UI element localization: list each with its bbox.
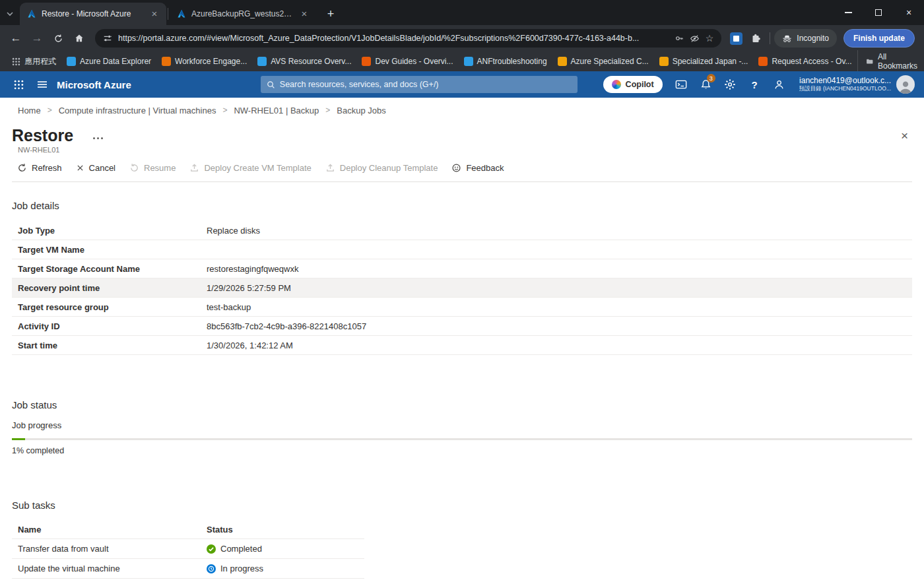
bookmark-label: Specialized Japan -... — [673, 57, 748, 66]
tab-search-button[interactable] — [0, 3, 20, 25]
refresh-button[interactable]: Refresh — [12, 160, 67, 176]
tab-close-icon[interactable]: × — [148, 8, 160, 20]
incognito-label: Incognito — [797, 34, 829, 43]
window-controls: × — [833, 0, 924, 25]
bookmark-label: Azure Data Explorer — [80, 57, 151, 66]
bookmark-item[interactable]: Azure Data Explorer — [61, 55, 156, 68]
bookmark-label: Dev Guides - Overvi... — [375, 57, 453, 66]
page-title: Restore — [12, 125, 73, 145]
feedback-button[interactable] — [767, 71, 791, 98]
cloud-shell-button[interactable] — [669, 71, 694, 98]
copilot-button[interactable]: Copilot — [603, 76, 663, 93]
notifications-button[interactable]: 3 — [694, 71, 718, 98]
bookmark-favicon-icon — [659, 57, 669, 66]
bookmark-label: ANFtroubleshooting — [477, 57, 547, 66]
tab-close-icon[interactable]: × — [298, 8, 310, 20]
bookmark-item[interactable]: Request Access - Ov... — [753, 55, 857, 68]
breadcrumb-home[interactable]: Home — [18, 106, 41, 115]
hamburger-menu-icon[interactable] — [30, 71, 54, 98]
gear-icon — [724, 79, 736, 90]
status-text: Completed — [220, 544, 262, 554]
avatar[interactable] — [896, 75, 915, 94]
copilot-label: Copilot — [626, 80, 654, 89]
bookmark-favicon-icon — [257, 57, 267, 66]
settings-button[interactable] — [718, 71, 742, 98]
azure-favicon-icon — [176, 9, 186, 19]
bookmark-item[interactable]: Azure Specialized C... — [552, 55, 654, 68]
notification-count-badge: 3 — [707, 74, 715, 82]
pinned-extension-icon[interactable] — [730, 32, 742, 45]
extensions-puzzle-icon[interactable] — [746, 28, 766, 48]
azure-brand[interactable]: Microsoft Azure — [57, 79, 131, 90]
account-info[interactable]: ianchen0419@outlook.c... 預設目錄 (IANCHEN04… — [799, 77, 891, 92]
folder-icon — [866, 57, 873, 66]
bookmark-favicon-icon — [162, 57, 171, 66]
job-details-table: Job Type Replace disks Target VM Name Ta… — [12, 221, 912, 355]
cancel-x-icon — [76, 164, 84, 172]
help-button[interactable]: ? — [742, 71, 767, 98]
sub-tasks-header-row: Name Status — [12, 521, 364, 539]
detail-row-start-time: Start time 1/30/2026, 1:42:12 AM — [12, 336, 912, 355]
password-key-icon[interactable] — [675, 34, 684, 43]
all-bookmarks-label: All Bookmarks — [878, 52, 919, 71]
cloud-shell-icon — [675, 79, 687, 90]
bookmark-favicon-icon — [758, 57, 768, 66]
search-input[interactable] — [280, 80, 572, 89]
bookmark-favicon-icon — [558, 57, 567, 66]
bookmark-item[interactable]: Workforce Engage... — [156, 55, 252, 68]
deploy-icon — [325, 163, 335, 173]
bookmark-item[interactable]: Dev Guides - Overvi... — [356, 55, 458, 68]
finish-update-button[interactable]: Finish update — [843, 29, 915, 48]
chevron-down-icon — [6, 10, 14, 18]
site-info-icon[interactable] — [103, 34, 112, 43]
more-options-icon[interactable] — [93, 137, 103, 139]
deploy-create-vm-template-button[interactable]: Deploy Create VM Template — [184, 160, 316, 176]
reload-button[interactable] — [48, 28, 69, 49]
breadcrumb-vm-backup[interactable]: NW-RHEL01 | Backup — [234, 106, 319, 115]
new-tab-button[interactable]: + — [321, 5, 340, 23]
detail-row-target-vm-name: Target VM Name — [12, 240, 912, 259]
breadcrumb-compute-infrastructure[interactable]: Compute infrastructure | Virtual machine… — [59, 106, 216, 115]
progress-fill — [12, 438, 25, 440]
job-details-heading: Job details — [12, 200, 912, 211]
blade-close-icon[interactable]: × — [901, 129, 908, 142]
sub-tasks-table: Name Status Transfer data from vault Com… — [12, 521, 364, 579]
url-bar[interactable]: https://portal.azure.com/#view/Microsoft… — [95, 29, 721, 48]
progress-percent-text: 1% completed — [12, 446, 912, 455]
account-directory: 預設目錄 (IANCHEN0419OUTLOO... — [799, 86, 891, 92]
cancel-button[interactable]: Cancel — [71, 160, 121, 176]
window-close-button[interactable]: × — [894, 0, 924, 25]
bookmark-apps[interactable]: 應用程式 — [7, 54, 61, 69]
forward-button[interactable]: → — [26, 28, 48, 49]
deploy-cleanup-template-button[interactable]: Deploy Cleanup Template — [320, 160, 444, 176]
bookmark-label: AVS Resource Overv... — [271, 57, 351, 66]
detail-row-job-type: Job Type Replace disks — [12, 221, 912, 240]
global-search-box[interactable] — [261, 76, 578, 93]
url-text: https://portal.azure.com/#view/Microsoft… — [118, 34, 669, 43]
resume-icon — [129, 163, 139, 173]
bookmark-item[interactable]: Specialized Japan -... — [654, 55, 754, 68]
browser-tab-inactive[interactable]: AzureBackupRG_westus2_1 - M... × — [170, 3, 316, 25]
feedback-button-blade[interactable]: Feedback — [446, 160, 509, 176]
browser-tab-active[interactable]: Restore - Microsoft Azure × — [20, 3, 166, 25]
breadcrumb-backup-jobs[interactable]: Backup Jobs — [337, 106, 385, 115]
detail-row-target-resource-group: Target resource group test-backup — [12, 298, 912, 317]
window-maximize-button[interactable] — [863, 0, 894, 25]
bookmark-item[interactable]: AVS Resource Overv... — [252, 55, 356, 68]
home-button[interactable] — [69, 28, 90, 49]
back-button[interactable]: ← — [5, 28, 26, 49]
window-minimize-button[interactable] — [833, 0, 863, 25]
bookmark-item[interactable]: ANFtroubleshooting — [459, 55, 552, 68]
reload-icon — [53, 34, 63, 44]
search-icon — [267, 81, 275, 89]
blade-header: Restore × NW-RHEL01 — [0, 123, 924, 154]
resume-button[interactable]: Resume — [124, 160, 181, 176]
apps-grid-icon — [12, 57, 20, 66]
bookmark-star-icon[interactable]: ☆ — [706, 34, 714, 43]
page-subtitle: NW-RHEL01 — [18, 146, 908, 154]
account-email: ianchen0419@outlook.c... — [799, 77, 891, 86]
waffle-menu-icon[interactable] — [7, 71, 30, 98]
all-bookmarks-button[interactable]: All Bookmarks — [857, 50, 924, 73]
job-status-heading: Job status — [12, 399, 912, 410]
eye-off-icon[interactable] — [690, 34, 700, 44]
